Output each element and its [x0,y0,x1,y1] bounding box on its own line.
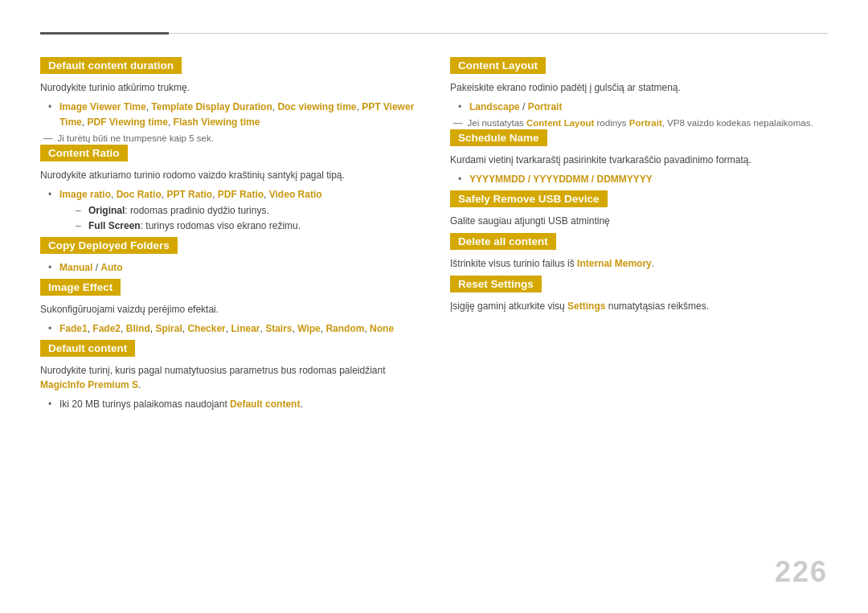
section-delete-all-content: Delete all content Ištrinkite visus turi… [450,233,828,271]
bullet-text: Iki 20 MB turinys palaikomas naudojant [59,398,230,410]
note-bold: Content Layout [526,118,594,128]
heading-image-effect: Image Effect [40,279,121,296]
note-text: Jei nustatytas Content Layout rodinys Po… [468,118,813,128]
page: Default content duration Nurodykite turi… [0,0,868,613]
bullet-text-gold: Random [326,323,364,334]
bullets-content-layout: Landscape / Portrait [458,100,828,115]
bullet-text-gold: Linear [231,323,260,334]
bullet-text-gold: Landscape [469,101,520,112]
top-line-light [169,33,828,34]
note-content-layout: — Jei nustatytas Content Layout rodinys … [453,118,828,128]
section-image-effect: Image Effect Sukonfigūruojami vaizdų per… [40,279,418,337]
bullet-text: , [264,189,269,200]
bullets-default-content: Iki 20 MB turinys palaikomas naudojant D… [48,397,418,412]
desc-reset-settings: Įsigiję gaminį atkurkite visų Settings n… [450,299,828,313]
sub-bullets-content-ratio: Original: rodomas pradinio dydžio turiny… [76,203,418,234]
bullet-text-gold: Image Viewer Time [59,101,146,112]
bullet-text-gold: Spiral [155,323,182,334]
bullets-schedule-name: YYYYMMDD / YYYYDDMM / DDMMYYYY [458,172,828,187]
bullet-text-gold: Fade2 [92,323,121,334]
bullet-item: Manual / Auto [48,260,418,276]
bullet-text-gold: Stairs [265,323,292,334]
bullet-item: Image Viewer Time, Template Display Dura… [48,100,418,130]
heading-reset-settings: Reset Settings [450,276,542,292]
section-reset-settings: Reset Settings Įsigiję gaminį atkurkite … [450,276,828,313]
section-content-layout: Content Layout Pakeiskite ekrano rodinio… [450,57,828,128]
sub-bullet-item: Full Screen: turinys rodomas viso ekrano… [76,219,418,234]
note-default-content-duration: — Ji turėtų būti ne trumpesnė kaip 5 sek… [43,133,418,143]
heading-default-content: Default content [40,340,135,357]
sub-bullet-term: Full Screen [88,220,141,231]
page-number: 226 [775,555,828,589]
bullets-default-content-duration: Image Viewer Time, Template Display Dura… [48,100,418,130]
section-copy-deployed-folders: Copy Deployed Folders Manual / Auto [40,237,418,276]
heading-schedule-name: Schedule Name [450,129,547,146]
sub-bullet-item: Original: rodomas pradinio dydžio turiny… [76,203,418,219]
bullet-sep: , [121,323,126,334]
section-content-ratio: Content Ratio Nurodykite atkuriamo turin… [40,145,418,234]
bullet-text-gold: Doc Ratio [117,189,162,200]
heading-safely-remove-usb: Safely Remove USB Device [450,190,608,207]
desc-bold: Settings [567,300,605,312]
section-default-content: Default content Nurodykite turinį, kuris… [40,340,418,412]
bullet-text-gold: Fade1 [59,323,88,334]
desc-gold-text: MagicInfo Premium S [40,379,138,390]
bullet-text-gold: PDF Ratio [218,189,264,200]
bullet-text-gold: Auto [100,262,122,273]
bullet-text-gold: Flash Viewing time [174,116,260,128]
bullet-item: Image ratio, Doc Ratio, PPT Ratio, PDF R… [48,187,418,234]
bullet-item: Iki 20 MB turinys palaikomas naudojant D… [48,397,418,412]
bullet-item: Fade1, Fade2, Blind, Spiral, Checker, Li… [48,321,418,337]
bullet-text-gold: Video Ratio [269,189,322,200]
top-line-dark [40,32,169,35]
desc-safely-remove-usb: Galite saugiau atjungti USB atmintinę [450,214,828,228]
bullet-text-gold: Image ratio [59,189,111,200]
bullet-text-gold: Default content [230,398,300,410]
section-default-content-duration: Default content duration Nurodykite turi… [40,57,418,143]
bullet-text-gold: Wipe [297,323,321,334]
desc-schedule-name: Kurdami vietinį tvarkaraštį pasirinkite … [450,153,828,167]
bullet-text: , [168,116,174,128]
bullet-text-gold: PPT Ratio [166,189,212,200]
note-dash: — [43,133,53,143]
bullet-text-gold: Doc viewing time [277,101,356,112]
bullet-text-gold: Manual [59,262,92,273]
heading-copy-deployed-folders: Copy Deployed Folders [40,237,178,254]
top-decorative-lines [40,32,828,35]
desc-default-content: Nurodykite turinį, kuris pagal numatytuo… [40,363,418,392]
bullet-text: , [212,189,218,200]
desc-bold: Internal Memory [577,258,652,269]
desc-content-ratio: Nurodykite atkuriamo turinio rodomo vaiz… [40,168,418,182]
bullet-item: Landscape / Portrait [458,100,828,115]
bullet-text-gold: None [370,323,394,334]
bullet-text-gold: Portrait [528,101,563,112]
desc-default-content-duration: Nurodykite turinio atkūrimo trukmę. [40,80,418,95]
desc-content-layout: Pakeiskite ekrano rodinio padėtį į gulsč… [450,80,828,95]
heading-content-layout: Content Layout [450,57,546,74]
bullet-sep: / [520,101,528,112]
heading-content-ratio: Content Ratio [40,145,128,161]
sub-bullet-term: Original [88,205,125,216]
bullet-text-gold: Checker [187,323,225,334]
heading-default-content-duration: Default content duration [40,57,182,74]
sub-bullet-text: : rodomas pradinio dydžio turinys. [125,205,268,216]
section-schedule-name: Schedule Name Kurdami vietinį tvarkarašt… [450,129,828,187]
bullets-image-effect: Fade1, Fade2, Blind, Spiral, Checker, Li… [48,321,418,337]
bullets-copy-deployed-folders: Manual / Auto [48,260,418,276]
section-safely-remove-usb: Safely Remove USB Device Galite saugiau … [450,190,828,228]
sub-bullet-text: : turinys rodomas viso ekrano režimu. [141,220,301,231]
bullet-text-gold: Blind [126,323,150,334]
bullet-text: / [92,262,100,273]
bullet-text-gold: YYYYMMDD / YYYYDDMM / DDMMYYYY [469,174,653,185]
bullet-item: YYYYMMDD / YYYYDDMM / DDMMYYYY [458,172,828,187]
two-column-layout: Default content duration Nurodykite turi… [40,57,828,416]
note-text: Ji turėtų būti ne trumpesnė kaip 5 sek. [58,133,214,143]
right-column: Content Layout Pakeiskite ekrano rodinio… [450,57,828,416]
bullet-text: , [111,189,117,200]
desc-delete-all-content: Ištrinkite visus turinio failus iš Inter… [450,256,828,271]
note-dash: — [453,118,463,128]
heading-delete-all-content: Delete all content [450,233,556,250]
bullet-text: . [300,398,302,410]
left-column: Default content duration Nurodykite turi… [40,57,418,416]
bullet-text-gold: Template Display Duration [151,101,272,112]
